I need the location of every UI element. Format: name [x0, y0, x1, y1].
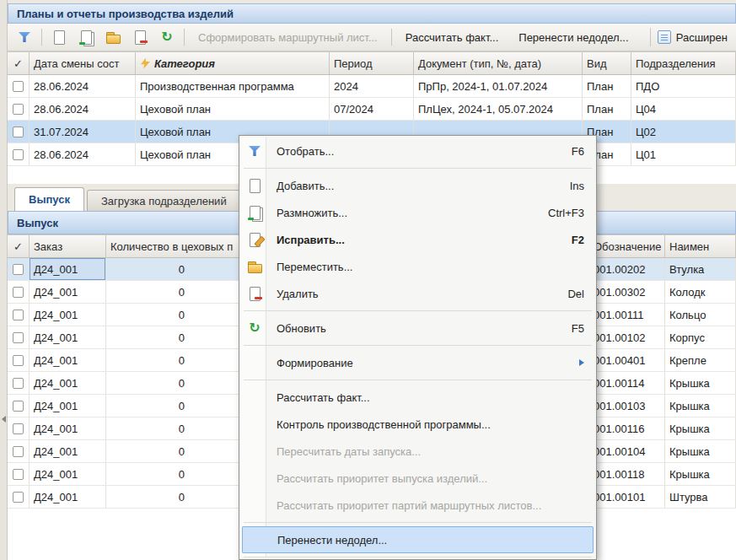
submenu-arrow-icon: [579, 359, 584, 366]
row-checkbox[interactable]: [13, 127, 24, 137]
row-check-cell[interactable]: [8, 372, 30, 394]
header-code[interactable]: Обозначение: [589, 235, 665, 257]
menu-item[interactable]: Формирование: [241, 349, 594, 376]
row-check-cell[interactable]: [8, 143, 30, 165]
header-kind[interactable]: Вид: [583, 52, 631, 74]
row-checkbox[interactable]: [13, 401, 24, 412]
row-check-cell[interactable]: [8, 75, 30, 97]
row-check-cell[interactable]: [8, 121, 30, 143]
row-check-cell[interactable]: [8, 258, 30, 280]
row-check-cell[interactable]: [8, 304, 30, 326]
menu-item[interactable]: Рассчитать факт...: [241, 384, 594, 411]
extended-filter-button[interactable]: Расширен: [650, 28, 729, 46]
row-checkbox[interactable]: [13, 332, 24, 343]
row-checkbox[interactable]: [13, 423, 24, 434]
header-name[interactable]: Наимен: [665, 235, 736, 257]
code-cell: 001.00111: [589, 304, 665, 326]
menu-item[interactable]: Контроль производственной программы...: [241, 411, 594, 438]
plan-row[interactable]: 28.06.2024Производственная программа2024…: [8, 75, 736, 98]
menu-shortcut: F5: [572, 322, 584, 335]
row-checkbox[interactable]: [13, 81, 24, 92]
row-checkbox[interactable]: [13, 104, 24, 115]
row-check-cell[interactable]: [8, 349, 30, 371]
order-cell: Д24_001: [30, 349, 106, 371]
row-checkbox[interactable]: [13, 310, 24, 320]
context-menu: Отобрать...F6Добавить...InsРазмножить...…: [239, 135, 597, 560]
delete-doc-button[interactable]: [130, 27, 150, 47]
header-category[interactable]: Категория: [136, 52, 330, 74]
menu-item[interactable]: Перенести недодел...: [242, 526, 594, 553]
row-check-cell[interactable]: [8, 98, 30, 120]
row-checkbox[interactable]: [13, 355, 24, 366]
header-departments[interactable]: Подразделения: [631, 52, 736, 74]
header-qty[interactable]: Количество в цеховых п: [106, 235, 239, 257]
name-cell: Крышка: [665, 417, 736, 439]
row-check-cell[interactable]: [8, 281, 30, 303]
move-shortfall-button[interactable]: Перенести недодел...: [512, 28, 635, 47]
extended-filter-label: Расширен: [676, 31, 728, 44]
move-folder-icon: [247, 259, 262, 274]
kind-cell: План: [583, 98, 631, 120]
new-doc-button[interactable]: [49, 27, 69, 47]
kind-cell: План: [583, 75, 631, 97]
menu-item-label: Рассчитать приоритет партий маршрутных л…: [277, 499, 541, 512]
calc-fact-button[interactable]: Рассчитать факт...: [399, 28, 506, 47]
menu-item-label: Рассчитать факт...: [277, 391, 370, 404]
menu-separator: [244, 310, 592, 311]
code-cell: 001.00103: [589, 395, 665, 417]
header-period[interactable]: Период: [330, 52, 414, 74]
tab-vypusk[interactable]: Выпуск: [14, 187, 84, 211]
menu-item-label: Обновить: [277, 322, 326, 335]
row-checkbox[interactable]: [13, 264, 24, 275]
copy-doc-icon: [247, 205, 262, 220]
period-cell: 2024: [330, 75, 414, 97]
header-check-column[interactable]: ✓: [8, 235, 30, 257]
row-check-cell[interactable]: [8, 417, 30, 439]
row-checkbox[interactable]: [13, 287, 24, 298]
menu-item[interactable]: УдалитьDel: [241, 280, 594, 307]
row-checkbox[interactable]: [13, 469, 24, 480]
row-check-cell[interactable]: [8, 326, 30, 348]
qty-cell: 0: [106, 417, 239, 439]
code-cell: 001.00116: [589, 417, 665, 439]
plan-row[interactable]: 28.06.2024Цеховой план07/2024ПлЦех, 2024…: [8, 98, 736, 121]
row-checkbox[interactable]: [13, 492, 24, 503]
copy-doc-button[interactable]: [76, 27, 96, 47]
menu-item[interactable]: Добавить...Ins: [241, 172, 594, 199]
qty-cell: 0: [106, 304, 239, 326]
header-order[interactable]: Заказ: [30, 235, 106, 257]
row-checkbox[interactable]: [13, 378, 24, 389]
header-document[interactable]: Документ (тип, №, дата): [414, 52, 583, 74]
code-cell: 001.00202: [589, 258, 665, 280]
name-cell: Колодк: [665, 281, 736, 303]
menu-item[interactable]: ОбновитьF5: [241, 315, 594, 342]
refresh-button[interactable]: [157, 27, 177, 47]
tab-zagruzka-podrazdeleniy[interactable]: Загрузка подразделений: [87, 190, 241, 211]
name-cell: Крышка: [665, 440, 736, 462]
code-cell: 001.00102: [589, 326, 665, 348]
header-date[interactable]: Дата смены сост: [30, 52, 136, 74]
row-checkbox[interactable]: [13, 446, 24, 457]
menu-item[interactable]: Отобрать...F6: [241, 137, 594, 164]
row-check-cell[interactable]: [8, 463, 30, 485]
menu-item-label: Переместить...: [277, 261, 352, 273]
period-cell: 07/2024: [330, 98, 414, 120]
row-check-cell[interactable]: [8, 395, 30, 417]
collapse-left-icon: [2, 416, 6, 423]
row-check-cell[interactable]: [8, 440, 30, 462]
collapse-panel-button[interactable]: [0, 410, 8, 428]
menu-separator: [244, 168, 592, 169]
header-check-column[interactable]: ✓: [8, 52, 30, 74]
menu-item-label: Пересчитать даты запуска...: [277, 445, 421, 458]
row-checkbox[interactable]: [13, 149, 24, 160]
menu-item[interactable]: Исправить...F2: [241, 226, 594, 253]
new-doc-icon: [51, 30, 67, 45]
move-folder-button[interactable]: [103, 27, 123, 47]
toolbar: Сформировать маршрутный лист... Рассчита…: [8, 24, 736, 51]
menu-item[interactable]: Переместить...: [241, 253, 594, 280]
row-check-cell[interactable]: [8, 486, 30, 508]
code-cell: 001.00114: [589, 372, 665, 394]
menu-item[interactable]: Размножить...Ctrl+F3: [241, 199, 594, 226]
filter-button[interactable]: [14, 27, 35, 47]
menu-separator: [244, 380, 592, 380]
